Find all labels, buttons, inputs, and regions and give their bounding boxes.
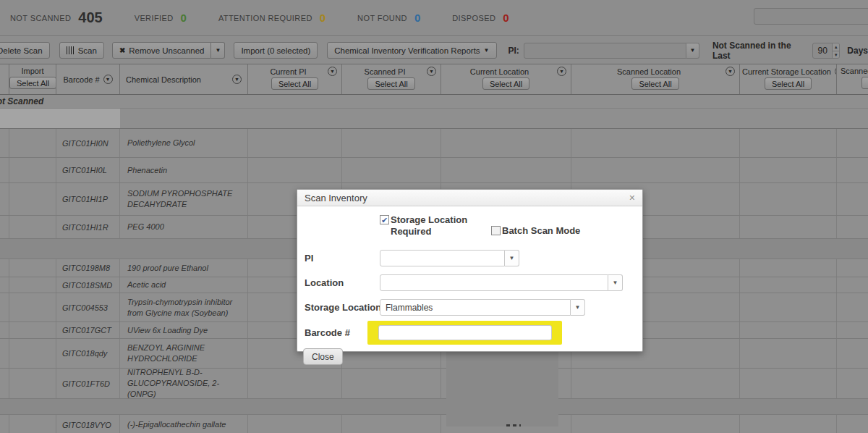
- header-cell-chemical-description: Chemical Description ▼: [120, 64, 248, 94]
- filter-icon[interactable]: ▼: [726, 67, 735, 76]
- description-cell: Phenacetin: [120, 158, 248, 182]
- spinner-up-icon[interactable]: ▲: [833, 43, 839, 51]
- barcode-cell: GITC01HI0N: [56, 129, 120, 157]
- toolbar: Delete Scan Scan ✖ Remove Unscanned ▼ Im…: [0, 37, 868, 64]
- pi-filter-dropdown[interactable]: ▼: [686, 43, 699, 59]
- status-attention-required: ATTENTION REQUIRED 0: [218, 12, 326, 24]
- select-all-scanned-pi-button[interactable]: Select All: [367, 77, 414, 90]
- column-label: Current Storage Location: [742, 67, 831, 76]
- description-cell: UView 6x Loading Dye: [120, 322, 248, 338]
- barcode-highlight: [367, 321, 562, 345]
- table-row[interactable]: GITC018VYO (-)-Epigallocathechin gallate: [0, 415, 868, 433]
- location-dropdown-arrow[interactable]: ▼: [608, 274, 623, 291]
- days-spinner: ▲ ▼: [812, 43, 840, 59]
- remove-icon: ✖: [119, 46, 125, 54]
- batch-scan-mode-checkbox[interactable]: Batch Scan Mode: [491, 225, 580, 237]
- column-label: Scanned Storage Location: [841, 67, 868, 75]
- filter-icon[interactable]: ▼: [103, 75, 113, 84]
- storage-location-required-checkbox[interactable]: ✔ Storage Location Required: [380, 214, 474, 237]
- select-all-current-storage-location-button[interactable]: Select All: [765, 77, 812, 90]
- description-cell: SODIUM PYROPHOSPHATE DECAHYDRATE: [120, 183, 248, 215]
- barcode-cell: GITC018qdy: [56, 339, 120, 368]
- barcode-icon: [67, 46, 75, 54]
- dialog-shadow-block: [446, 352, 558, 426]
- filter-icon[interactable]: ▼: [328, 67, 337, 76]
- scan-button[interactable]: Scan: [59, 42, 104, 59]
- column-label: Chemical Description: [126, 75, 201, 84]
- remove-unscanned-button[interactable]: ✖ Remove Unscanned: [112, 42, 212, 59]
- remove-unscanned-dropdown[interactable]: ▼: [211, 42, 225, 59]
- description-cell: Poliethylene Glycol: [120, 129, 248, 157]
- barcode-label: Barcode #: [305, 327, 350, 338]
- location-input[interactable]: [380, 274, 608, 291]
- description-cell: Trypsin-chymotrypsin inhibitor from Glyc…: [120, 293, 248, 321]
- select-all-current-pi-button[interactable]: Select All: [271, 77, 318, 90]
- import-label: Import (0 selected): [241, 46, 310, 55]
- description-cell: BENZOYL ARGININE HYDROCHLORIDE: [120, 339, 248, 368]
- storage-location-dropdown-arrow[interactable]: ▼: [571, 299, 585, 316]
- spinner-down-icon[interactable]: ▼: [833, 51, 839, 59]
- storage-location-select[interactable]: Flammables: [380, 299, 571, 316]
- header-cell-current-pi: Current PI ▼ Select All: [248, 64, 342, 94]
- header-cell-scanned-pi: Scanned PI ▼ Select All: [342, 64, 441, 94]
- description-cell: NITROPHENYL B-D-GLUCOPYRANOSIDE, 2- (ONP…: [120, 369, 248, 398]
- description-cell: (-)-Epigallocathechin gallate: [120, 415, 248, 433]
- remove-unscanned-label: Remove Unscanned: [129, 46, 204, 55]
- status-value: 0: [503, 12, 509, 24]
- close-icon[interactable]: ×: [629, 193, 635, 203]
- header-cell-scanned-storage-location: Scanned Storage Location Select All: [837, 64, 868, 94]
- reports-label: Chemical Inventory Verification Reports: [334, 46, 480, 55]
- status-label: DISPOSED: [452, 14, 495, 22]
- pi-filter-input[interactable]: [524, 43, 686, 59]
- chevron-down-icon: ▼: [484, 47, 490, 54]
- select-all-current-location-button[interactable]: Select All: [482, 77, 529, 90]
- column-label: Current PI: [252, 67, 324, 76]
- filter-icon[interactable]: ▼: [232, 75, 242, 84]
- storage-location-label: Storage Location: [305, 302, 381, 313]
- chevron-down-icon: ▼: [613, 279, 618, 286]
- pi-dropdown-arrow[interactable]: ▼: [505, 250, 519, 266]
- select-all-scanned-storage-location-button[interactable]: Select All: [861, 77, 868, 89]
- table-row[interactable]: GITC01HI0N Poliethylene Glycol: [0, 129, 868, 158]
- select-all-current-storage-location-button[interactable]: Select All: [631, 77, 678, 90]
- column-label: Scanned Location: [576, 67, 722, 76]
- barcode-cell: GITC01HI0L: [56, 158, 120, 182]
- close-button[interactable]: Close: [303, 348, 343, 365]
- pi-label: PI: [305, 253, 313, 264]
- barcode-cell: GITC01FT6D: [56, 369, 120, 398]
- filter-icon[interactable]: ▼: [557, 67, 566, 76]
- filter-icon[interactable]: ▼: [427, 67, 436, 76]
- days-input[interactable]: [813, 43, 832, 58]
- delete-scan-label: Delete Scan: [0, 46, 43, 55]
- status-not-scanned: NOT SCANNED 405: [10, 9, 103, 26]
- status-value: 0: [414, 12, 420, 24]
- checkbox-checked-icon[interactable]: ✔: [380, 215, 389, 224]
- column-label: Scanned PI: [346, 67, 423, 76]
- status-value: 0: [181, 12, 187, 24]
- reports-dropdown-button[interactable]: Chemical Inventory Verification Reports …: [327, 42, 496, 59]
- table-header-row: Import Select All Barcode # ▼ Chemical D…: [0, 64, 868, 95]
- table-row[interactable]: GITC01HI0L Phenacetin: [0, 158, 868, 183]
- column-label: Current Location: [446, 67, 553, 76]
- header-cell-current-location: Current Location ▼ Select All: [441, 64, 571, 94]
- delete-scan-button[interactable]: Delete Scan: [0, 42, 50, 59]
- barcode-cell: GITC01HI1P: [56, 183, 120, 215]
- select-all-import-button[interactable]: Select All: [9, 77, 56, 89]
- import-button[interactable]: Import (0 selected): [234, 42, 318, 59]
- table-row[interactable]: GITC01FT6D NITROPHENYL B-D-GLUCOPYRANOSI…: [0, 369, 868, 399]
- highlighted-cell-block: [0, 109, 120, 128]
- chevron-down-icon: ▼: [689, 47, 695, 54]
- scan-label: Scan: [78, 46, 97, 55]
- scan-inventory-dialog: Scan Inventory × ✔ Storage Location Requ…: [297, 189, 643, 352]
- checkbox-label: Batch Scan Mode: [502, 225, 580, 237]
- header-cell-spacer: [0, 64, 9, 94]
- checkbox-unchecked-icon[interactable]: [491, 226, 501, 235]
- search-input[interactable]: [754, 8, 868, 25]
- barcode-cell: GITC018VYO: [56, 415, 120, 433]
- header-cell-import: Import Select All: [9, 64, 56, 94]
- dialog-shadow-marks: [506, 424, 521, 426]
- pi-input[interactable]: [380, 250, 505, 266]
- barcode-input[interactable]: [378, 325, 552, 340]
- barcode-cell: GITC018SMD: [56, 277, 120, 293]
- status-label: ATTENTION REQUIRED: [218, 14, 312, 22]
